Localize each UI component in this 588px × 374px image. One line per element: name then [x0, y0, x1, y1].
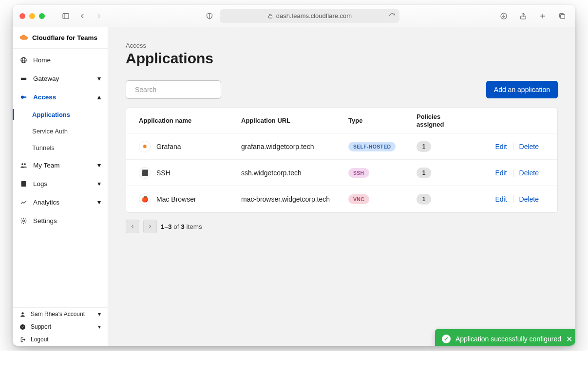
analytics-icon: [19, 199, 27, 206]
user-icon: [19, 311, 26, 318]
search-input[interactable]: [135, 86, 220, 94]
toast-close-icon[interactable]: ✕: [566, 335, 572, 344]
help-icon: ?: [19, 324, 26, 330]
svg-point-18: [22, 220, 24, 222]
gear-icon: [19, 217, 27, 224]
delete-link[interactable]: Delete: [513, 195, 545, 203]
nav-access[interactable]: Access ▴: [13, 88, 108, 106]
svg-point-15: [21, 163, 23, 165]
app-icon: 🍎: [139, 193, 151, 205]
svg-point-13: [20, 95, 23, 98]
address-bar[interactable]: dash.teams.cloudflare.com: [220, 9, 400, 23]
delete-link[interactable]: Delete: [513, 143, 545, 150]
account-switcher[interactable]: Sam Rhea's Account ▾: [13, 308, 108, 320]
gateway-icon: [19, 75, 27, 82]
app-name: Grafana: [156, 143, 181, 150]
svg-rect-2: [268, 16, 272, 18]
chevron-down-icon: ▾: [97, 180, 101, 187]
minimize-window[interactable]: [29, 13, 35, 19]
sidebar: Cloudflare for Teams Home Gateway ▾: [13, 27, 108, 346]
th-name: Application name: [139, 117, 241, 124]
next-page-button[interactable]: [143, 220, 157, 233]
subnav-applications[interactable]: Applications: [32, 106, 108, 123]
access-icon: [19, 94, 27, 101]
lock-icon: [267, 13, 273, 19]
add-application-button[interactable]: Add an application: [486, 81, 558, 98]
support-link[interactable]: ? Support ▾: [13, 320, 108, 333]
pagination: 1–3 of 3 items: [126, 220, 558, 233]
edit-link[interactable]: Edit: [489, 169, 512, 177]
policies-count: 1: [417, 194, 431, 205]
chevron-down-icon: ▾: [98, 311, 101, 318]
team-icon: [19, 162, 27, 169]
access-subnav: Applications Service Auth Tunnels: [13, 106, 108, 156]
nav-gateway[interactable]: Gateway ▾: [13, 69, 108, 88]
subnav-tunnels[interactable]: Tunnels: [32, 139, 108, 156]
app-icon: ✹: [139, 141, 151, 152]
success-toast: ✓ Application successfully configured ✕: [435, 329, 575, 346]
forward-button[interactable]: [93, 10, 105, 22]
search-box[interactable]: [126, 80, 221, 99]
svg-rect-8: [561, 14, 565, 19]
chevron-down-icon: ▾: [98, 323, 101, 330]
url-text: dash.teams.cloudflare.com: [276, 12, 352, 19]
chevron-up-icon: ▴: [97, 93, 101, 101]
pagination-text: 1–3 of 3 items: [161, 223, 202, 230]
subnav-service-auth[interactable]: Service Auth: [32, 123, 108, 139]
chevron-down-icon: ▾: [97, 161, 101, 169]
logout-icon: [19, 337, 26, 343]
nav-logs[interactable]: Logs ▾: [13, 174, 108, 193]
table-row[interactable]: ✹ Grafana grafana.widgetcorp.tech SELF-H…: [126, 133, 557, 160]
svg-text:?: ?: [21, 325, 23, 329]
shield-icon[interactable]: [203, 10, 216, 22]
app-url: ssh.widgetcorp.tech: [241, 169, 348, 177]
check-icon: ✓: [442, 335, 451, 343]
back-button[interactable]: [76, 10, 89, 22]
new-tab-icon[interactable]: [536, 10, 549, 22]
prev-page-button[interactable]: [126, 220, 139, 233]
th-policies: Policies assigned: [417, 113, 485, 128]
reload-icon[interactable]: [389, 13, 396, 19]
page-title: Applications: [126, 50, 558, 67]
share-icon[interactable]: [517, 10, 530, 22]
sidebar-footer: Sam Rhea's Account ▾ ? Support ▾ Logout: [13, 307, 108, 346]
table-header: Application name Application URL Type Po…: [126, 108, 557, 133]
delete-link[interactable]: Delete: [513, 169, 545, 177]
brand[interactable]: Cloudflare for Teams: [13, 27, 108, 49]
nav-settings[interactable]: Settings: [13, 211, 108, 230]
sidebar-toggle-icon[interactable]: [59, 10, 72, 22]
chevron-down-icon: ▾: [97, 198, 101, 206]
svg-point-19: [21, 312, 23, 314]
main-content: Access Applications Add an application A…: [108, 27, 575, 346]
applications-table: Application name Application URL Type Po…: [126, 108, 558, 213]
tabs-icon[interactable]: [556, 10, 569, 22]
chevron-down-icon: ▾: [97, 75, 101, 82]
breadcrumb: Access: [126, 42, 558, 49]
policies-count: 1: [417, 141, 431, 152]
svg-rect-17: [21, 181, 26, 186]
svg-rect-14: [23, 96, 26, 98]
app-name: SSH: [156, 169, 171, 177]
edit-link[interactable]: Edit: [489, 143, 512, 150]
app-url: grafana.widgetcorp.tech: [241, 143, 348, 150]
logout-link[interactable]: Logout: [13, 333, 108, 346]
nav-analytics[interactable]: Analytics ▾: [13, 193, 108, 211]
logs-icon: [19, 180, 27, 187]
brand-label: Cloudflare for Teams: [32, 34, 97, 41]
traffic-lights: [19, 13, 45, 19]
table-row[interactable]: ⬛ SSH ssh.widgetcorp.tech SSH 1 Edit Del…: [126, 160, 557, 186]
nav-my-team[interactable]: My Team ▾: [13, 156, 108, 174]
nav: Home Gateway ▾ Access ▴: [13, 49, 108, 230]
toolbar: Add an application: [126, 80, 558, 99]
policies-count: 1: [417, 168, 431, 178]
maximize-window[interactable]: [39, 13, 45, 19]
table-row[interactable]: 🍎 Mac Browser mac-browser.widgetcorp.tec…: [126, 186, 557, 212]
edit-link[interactable]: Edit: [489, 195, 512, 203]
type-badge: VNC: [348, 194, 369, 204]
nav-home[interactable]: Home: [13, 51, 108, 69]
titlebar: dash.teams.cloudflare.com: [13, 5, 575, 27]
close-window[interactable]: [19, 13, 25, 19]
th-url: Application URL: [241, 117, 348, 124]
downloads-icon[interactable]: [497, 10, 510, 22]
toast-message: Application successfully configured: [455, 335, 561, 343]
